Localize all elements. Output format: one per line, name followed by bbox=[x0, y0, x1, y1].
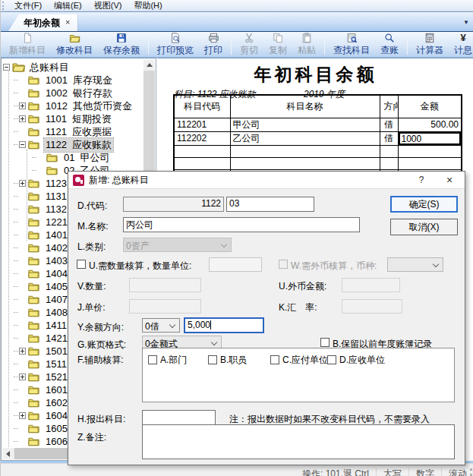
tab-overflow-icon[interactable]: ▼ bbox=[463, 19, 469, 26]
toolbar-separator bbox=[231, 35, 232, 55]
fx-accounting-checkbox[interactable] bbox=[279, 260, 288, 269]
print-preview-button[interactable]: 打印预览 bbox=[152, 33, 199, 57]
dialog-close-button[interactable]: × bbox=[437, 172, 462, 189]
edit-subject-button[interactable]: 修改科目 bbox=[51, 33, 98, 57]
code-child-field[interactable]: 03 bbox=[226, 197, 314, 212]
fx-amount-field[interactable] bbox=[342, 278, 400, 292]
print-button[interactable]: 打印 bbox=[199, 33, 228, 57]
tree-item[interactable]: 1012其他货币资金 bbox=[2, 99, 143, 112]
dialog-help-button[interactable]: ? bbox=[410, 172, 433, 189]
cell-amount[interactable]: 1000 bbox=[398, 131, 462, 145]
payable-checkbox[interactable] bbox=[270, 355, 279, 364]
new-subject-button[interactable]: 新增科目 bbox=[4, 33, 51, 57]
qty-unit-field[interactable] bbox=[209, 257, 262, 272]
tree-expand-toggle[interactable] bbox=[19, 412, 26, 419]
fx-amount-label: U.外币金额: bbox=[279, 280, 326, 293]
keep-history-checkbox[interactable] bbox=[320, 338, 330, 347]
aux-option-dept[interactable]: A.部门 bbox=[148, 354, 187, 367]
paste-button[interactable]: 粘贴 bbox=[292, 33, 321, 57]
folder-icon bbox=[28, 437, 41, 446]
tab-close-icon[interactable]: × bbox=[65, 17, 70, 27]
calculator-button[interactable]: 计算器 bbox=[411, 33, 449, 57]
folder-icon bbox=[28, 398, 41, 408]
folder-icon bbox=[28, 178, 41, 188]
tree-root-item[interactable]: 总账科目 bbox=[2, 61, 143, 74]
tree-expand-toggle[interactable] bbox=[19, 348, 26, 355]
tab-label: 年初余额 bbox=[24, 17, 60, 30]
table-row[interactable]: 112202 乙公司 借 1000 bbox=[174, 131, 462, 145]
menu-item[interactable]: 帮助(H) bbox=[128, 0, 168, 12]
scroll-up-icon[interactable] bbox=[143, 59, 155, 71]
tree-expand-toggle[interactable] bbox=[19, 102, 26, 109]
price-field[interactable] bbox=[129, 299, 201, 314]
aux-option-staff[interactable]: B.职员 bbox=[208, 354, 247, 367]
tree-guide bbox=[14, 299, 18, 300]
tree-item[interactable]: 1002银行存款 bbox=[2, 87, 143, 99]
folder-icon bbox=[28, 295, 41, 304]
cell-amount[interactable] bbox=[398, 145, 462, 157]
report-subject-field[interactable] bbox=[142, 410, 216, 425]
aux-option-payable[interactable]: C.应付单位 bbox=[270, 354, 328, 367]
dialog-title-bar[interactable]: 新增: 总账科目 ? × bbox=[68, 172, 465, 189]
cell-amount[interactable] bbox=[398, 157, 462, 169]
folder-icon bbox=[28, 359, 41, 369]
tree-guide bbox=[14, 222, 18, 222]
audit-button[interactable]: 查账 bbox=[375, 33, 404, 57]
chevron-down-icon bbox=[433, 261, 439, 267]
name-field[interactable]: 丙公司 bbox=[123, 217, 360, 232]
tree-expand-toggle[interactable] bbox=[19, 141, 26, 148]
menu-item[interactable]: 视图(V) bbox=[88, 0, 128, 12]
table-row[interactable] bbox=[174, 145, 462, 157]
type-select[interactable]: 0资产 bbox=[123, 238, 232, 252]
receivable-checkbox[interactable] bbox=[327, 355, 336, 364]
tree-expand-toggle[interactable] bbox=[3, 64, 10, 71]
aux-option-receivable[interactable]: D.应收单位 bbox=[327, 354, 385, 367]
scroll-left-icon[interactable] bbox=[2, 448, 14, 459]
tree-expand-toggle[interactable] bbox=[19, 180, 26, 187]
table-row[interactable] bbox=[174, 157, 462, 169]
balance-field[interactable]: 5,000 bbox=[184, 317, 264, 333]
cell-name: 甲公司 bbox=[230, 118, 380, 131]
tree-expand-toggle[interactable] bbox=[19, 374, 26, 380]
cell-amount[interactable]: 500.00 bbox=[398, 118, 462, 131]
tab-opening-balance[interactable]: 年初余额 × bbox=[8, 14, 77, 31]
qty-field[interactable] bbox=[129, 278, 201, 292]
tree-item[interactable]: 1121应收票据 bbox=[2, 125, 143, 138]
direction-select[interactable]: 0借 bbox=[142, 318, 180, 333]
copy-button[interactable]: 复制 bbox=[263, 33, 292, 57]
save-balance-button[interactable]: 保存余额 bbox=[98, 33, 145, 57]
menu-item[interactable]: 文件(F) bbox=[8, 0, 48, 12]
aux-accounting-box: A.部门 B.职员 C.应付单位 D.应收单位 bbox=[142, 348, 455, 402]
tree-guide bbox=[14, 247, 18, 248]
folder-icon bbox=[46, 153, 59, 162]
cell-name: 乙公司 bbox=[230, 131, 380, 145]
code-parent-field[interactable]: 1122 bbox=[123, 197, 224, 212]
staff-checkbox[interactable] bbox=[208, 355, 217, 364]
ok-button[interactable]: 确定(S) bbox=[390, 196, 458, 213]
folder-icon bbox=[28, 424, 41, 433]
tree-item[interactable]: 01甲公司 bbox=[2, 151, 143, 164]
currency-select[interactable] bbox=[387, 257, 443, 272]
table-row[interactable]: 112201 甲公司 借 500.00 bbox=[174, 118, 462, 131]
cell-code: 112202 bbox=[174, 131, 230, 145]
memo-textarea[interactable] bbox=[142, 424, 455, 459]
dept-checkbox[interactable] bbox=[148, 355, 157, 364]
qty-accounting-checkbox[interactable] bbox=[77, 260, 86, 269]
tree-guide bbox=[14, 80, 18, 80]
find-subject-button[interactable]: 查找科目 bbox=[328, 33, 375, 57]
resize-grip[interactable] bbox=[465, 468, 472, 476]
toolbar: 新增科目 修改科目 保存余额 打印预览 打印 剪切 复制 bbox=[1, 32, 473, 58]
status-segment: 大写 bbox=[377, 468, 409, 476]
tree-expand-toggle[interactable] bbox=[19, 115, 26, 122]
cut-button[interactable]: 剪切 bbox=[235, 33, 263, 57]
tree-item[interactable]: 1101短期投资 bbox=[2, 112, 143, 125]
col-header-amount: 金额 bbox=[398, 95, 462, 118]
tree-item[interactable]: 1122应收账款 bbox=[2, 138, 143, 151]
menu-item[interactable]: 编辑(E) bbox=[48, 0, 88, 12]
new-page-icon bbox=[22, 33, 33, 43]
tree-item[interactable]: 1001库存现金 bbox=[2, 74, 143, 87]
interest-button[interactable]: ¥ 计息 bbox=[449, 33, 473, 57]
rate-field[interactable] bbox=[342, 299, 402, 314]
cancel-button[interactable]: 取消(X) bbox=[390, 219, 458, 235]
tree-item-label: 1012其他货币资金 bbox=[44, 99, 134, 113]
